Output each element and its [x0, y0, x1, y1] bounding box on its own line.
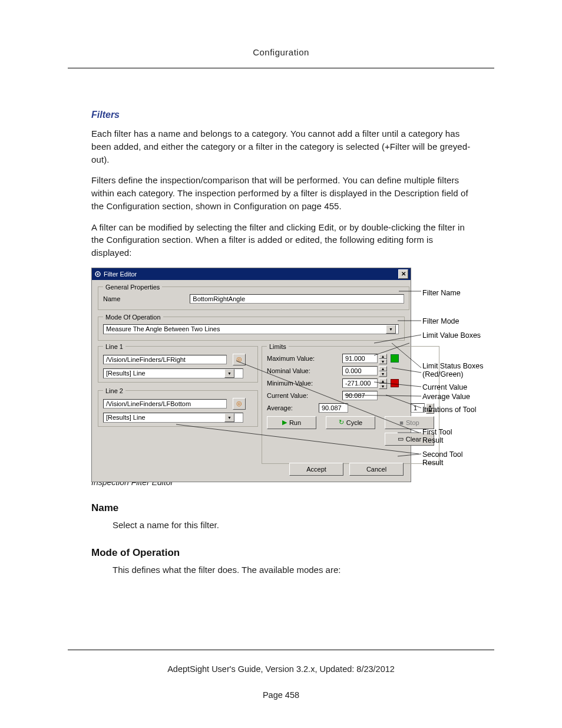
mode-legend: Mode Of Operation: [103, 314, 163, 321]
line2-group: Line 2 ◎ [Results] Line ▼: [98, 387, 258, 427]
clear-button-label: Clear: [406, 436, 421, 443]
general-properties-legend: General Properties: [103, 284, 162, 291]
cycle-button-label: Cycle: [346, 419, 363, 426]
line1-browse-button[interactable]: ◎: [233, 354, 246, 365]
chevron-up-icon: ▲: [381, 354, 385, 358]
line1-group: Line 1 ◎ [Results] Line ▼: [98, 343, 258, 383]
max-value-input[interactable]: [342, 354, 378, 363]
line1-legend: Line 1: [103, 343, 125, 350]
filters-heading: Filters: [91, 110, 471, 120]
accept-button-label: Accept: [306, 466, 326, 473]
line2-path-input[interactable]: [103, 399, 227, 409]
chevron-down-icon: ▼: [224, 413, 234, 422]
anno-filter-mode: Filter Mode: [422, 317, 459, 325]
cancel-button-label: Cancel: [366, 466, 386, 473]
filter-name-input[interactable]: [190, 294, 404, 304]
nom-value-input[interactable]: [342, 366, 378, 375]
line2-result-select[interactable]: [Results] Line ▼: [103, 413, 243, 423]
anno-first-tool: First Tool Result: [422, 428, 452, 444]
anno-second-tool: Second Tool Result: [422, 450, 463, 467]
footer-rule: [68, 650, 494, 650]
min-status-box: [391, 379, 399, 387]
name-paragraph: Select a name for this filter.: [113, 519, 471, 532]
max-spinner[interactable]: ▲▼: [379, 354, 387, 363]
play-icon: ▶: [282, 419, 287, 426]
paragraph-1: Each filter has a name and belongs to a …: [91, 127, 471, 166]
name-heading: Name: [91, 502, 471, 514]
page-number: Page 458: [0, 690, 562, 700]
line1-result-value: [Results] Line: [106, 370, 146, 377]
chevron-down-icon: ▼: [381, 372, 385, 376]
line2-browse-button[interactable]: ◎: [233, 398, 246, 410]
chevron-down-icon: ▼: [224, 369, 234, 378]
chevron-down-icon: ▼: [386, 325, 396, 334]
run-button[interactable]: ▶ Run: [267, 416, 316, 429]
limits-group: Limits Maximum Value: ▲▼ Nominal Value:: [262, 343, 439, 464]
line2-legend: Line 2: [103, 387, 125, 394]
content-block: Filters Each filter has a name and belon…: [68, 110, 494, 576]
cur-label: Current Value:: [267, 392, 342, 399]
anno-average-value: Average Value: [422, 393, 470, 401]
filter-editor-dialog: Filter Editor ✕ General Properties Name …: [91, 268, 411, 482]
header-rule: [68, 68, 494, 68]
anno-limit-status: Limit Status Boxes (Red/Green): [422, 362, 484, 378]
general-properties-group: General Properties Name: [98, 284, 409, 310]
name-label: Name: [103, 295, 120, 302]
cur-value-display: [342, 391, 378, 400]
dialog-title-text: Filter Editor: [104, 271, 137, 278]
nom-label: Nominal Value:: [267, 367, 342, 374]
anno-filter-name: Filter Name: [422, 289, 461, 297]
paragraph-2: Filters define the inspection/comparison…: [91, 174, 471, 212]
mode-heading: Mode of Operation: [91, 547, 471, 559]
chevron-down-icon: ▼: [381, 384, 385, 388]
anno-current-value: Current Value: [422, 383, 467, 391]
mode-paragraph: This defines what the filter does. The a…: [113, 564, 471, 577]
cancel-button[interactable]: Cancel: [349, 463, 404, 476]
line2-result-value: [Results] Line: [106, 414, 146, 421]
avg-value-display: [319, 403, 348, 413]
cycle-icon: ↻: [339, 419, 344, 426]
anno-limit-value: Limit Value Boxes: [422, 331, 481, 340]
min-label: Minimum Value:: [267, 380, 342, 387]
min-value-input[interactable]: [342, 378, 378, 388]
gear-icon: [94, 271, 101, 278]
line1-path-input[interactable]: [103, 355, 227, 364]
max-label: Maximum Value:: [267, 355, 342, 362]
mode-select[interactable]: Measure The Angle Between Two Lines ▼: [103, 324, 399, 334]
chevron-up-icon: ▲: [381, 379, 385, 383]
dialog-titlebar: Filter Editor ✕: [92, 268, 411, 280]
accept-button[interactable]: Accept: [289, 463, 343, 476]
close-button[interactable]: ✕: [398, 269, 408, 279]
anno-iterations: Iterations of Tool: [422, 406, 477, 414]
run-button-label: Run: [289, 419, 301, 426]
figure-filter-editor: Filter Editor ✕ General Properties Name …: [91, 268, 471, 469]
target-icon: ◎: [236, 355, 242, 363]
min-spinner[interactable]: ▲▼: [379, 378, 387, 388]
chevron-down-icon: ▼: [381, 360, 385, 364]
nom-spinner[interactable]: ▲▼: [379, 366, 387, 375]
chevron-up-icon: ▲: [381, 367, 385, 371]
limits-legend: Limits: [267, 343, 289, 350]
stop-button[interactable]: ■ Stop: [385, 416, 434, 429]
cycle-button[interactable]: ↻ Cycle: [326, 416, 375, 429]
max-status-box: [391, 354, 399, 363]
svg-point-1: [97, 273, 99, 275]
avg-label: Average:: [267, 404, 319, 411]
clear-icon: ▭: [398, 435, 404, 443]
stop-icon: ■: [399, 419, 404, 426]
line1-result-select[interactable]: [Results] Line ▼: [103, 368, 243, 378]
page-header-title: Configuration: [68, 47, 494, 57]
close-icon: ✕: [401, 271, 406, 277]
target-icon: ◎: [236, 400, 242, 407]
paragraph-3: A filter can be modified by selecting th…: [91, 221, 471, 259]
document-page: Configuration Filters Each filter has a …: [0, 0, 562, 728]
stop-button-label: Stop: [406, 419, 419, 426]
footer-line: AdeptSight User's Guide, Version 3.2.x, …: [0, 664, 562, 674]
mode-select-value: Measure The Angle Between Two Lines: [106, 325, 220, 332]
mode-of-operation-group: Mode Of Operation Measure The Angle Betw…: [98, 314, 405, 341]
